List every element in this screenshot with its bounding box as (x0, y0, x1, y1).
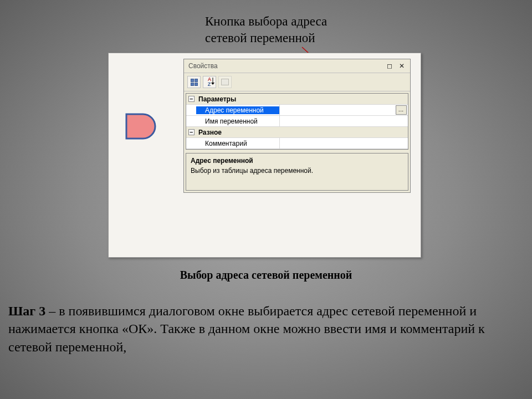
panel-toolbar: AZ (184, 73, 410, 91)
annotation-label: Кнопка выбора адреса сетевой переменной (205, 13, 327, 47)
description-title: Адрес переменной (191, 157, 403, 165)
step-description: Шаг 3 – в появившимся диалоговом окне вы… (8, 302, 513, 356)
dock-icon[interactable]: ◻ (386, 62, 393, 70)
row-var-address-label: Адрес переменной (196, 106, 279, 114)
figure-caption: Выбор адреса сетевой переменной (0, 269, 532, 282)
collapse-icon[interactable]: − (188, 129, 195, 135)
collapse-icon[interactable]: − (188, 96, 195, 102)
row-var-name-label: Имя переменной (196, 117, 279, 125)
property-pages-button (218, 76, 232, 88)
group-parameters[interactable]: − Параметры (186, 94, 408, 105)
categorize-icon (191, 79, 198, 86)
sort-az-button[interactable]: AZ (203, 76, 216, 88)
panel-title-text: Свойства (188, 62, 218, 70)
row-var-address[interactable]: Адрес переменной ... (186, 105, 408, 116)
step-body: – в появившимся диалоговом окне выбирает… (8, 304, 485, 354)
browse-button[interactable]: ... (396, 105, 407, 115)
row-var-address-value[interactable]: ... (279, 105, 408, 115)
property-grid: − Параметры Адрес переменной ... Имя пер… (186, 93, 408, 150)
description-area: Адрес переменной Выбор из таблицы адреса… (186, 153, 408, 191)
step-number: Шаг 3 (8, 304, 45, 318)
row-var-name[interactable]: Имя переменной (186, 116, 408, 127)
annotation-line2: сетевой переменной (205, 31, 315, 45)
close-icon[interactable]: ✕ (398, 62, 406, 70)
group-misc-label: Разное (196, 129, 279, 136)
row-var-name-value[interactable] (279, 116, 408, 126)
az-sort-icon: AZ (208, 77, 212, 87)
description-text: Выбор из таблицы адреса переменной. (191, 167, 403, 175)
row-comment-value[interactable] (279, 138, 408, 149)
group-misc[interactable]: − Разное (186, 127, 408, 138)
row-comment-label: Комментарий (196, 140, 279, 147)
screenshot-panel: Свойства ◻ ✕ AZ (108, 53, 421, 258)
properties-panel: Свойства ◻ ✕ AZ (183, 59, 411, 193)
svg-marker-3 (211, 83, 214, 85)
panel-titlebar: Свойства ◻ ✕ (184, 59, 410, 73)
categorize-button[interactable] (187, 76, 201, 88)
annotation-line1: Кнопка выбора адреса (205, 14, 327, 28)
gate-icon (125, 113, 157, 140)
group-parameters-label: Параметры (196, 95, 279, 103)
row-comment[interactable]: Комментарий (186, 138, 408, 149)
page-icon (221, 79, 229, 85)
